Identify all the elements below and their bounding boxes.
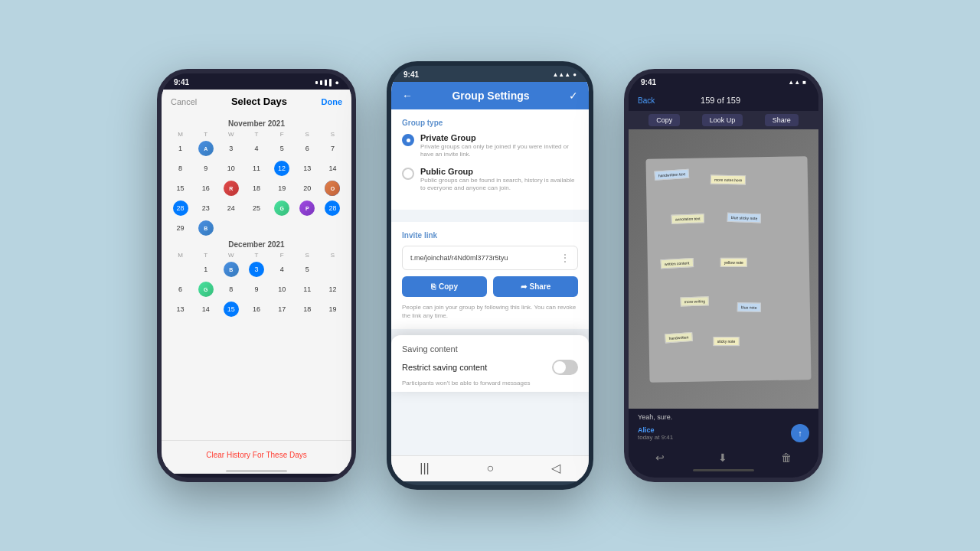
- cal-day[interactable]: 1: [168, 139, 193, 158]
- clear-history-button[interactable]: Clear History For These Days: [206, 451, 307, 459]
- private-group-option[interactable]: Private Group Private groups can only be…: [402, 133, 578, 159]
- cal-day[interactable]: 4: [243, 139, 269, 158]
- restrict-toggle[interactable]: [552, 360, 578, 375]
- note-card: annotation text: [671, 214, 704, 223]
- viewer-back-button[interactable]: Back: [638, 96, 655, 105]
- cal-day: [243, 219, 269, 237]
- more-icon[interactable]: ⋮: [560, 253, 570, 263]
- cal-day[interactable]: 1: [193, 260, 218, 279]
- calendar-footer: Clear History For These Days: [162, 440, 351, 467]
- cal-day[interactable]: 16: [243, 300, 269, 318]
- note-card: yellow note: [720, 258, 747, 267]
- note-card: written content: [660, 258, 693, 269]
- cal-day-selected[interactable]: O: [325, 181, 340, 196]
- share-toolbar-icon[interactable]: ↩: [655, 452, 665, 464]
- days-header: M T W T F S S: [168, 131, 345, 138]
- sender-row: Alice today at 9:41 ↑: [638, 424, 809, 442]
- cal-day[interactable]: 10: [218, 159, 243, 178]
- cal-day: [320, 219, 345, 237]
- private-group-desc: Private groups can only be joined if you…: [420, 143, 578, 159]
- restrict-label: Restrict saving content: [402, 363, 487, 372]
- private-radio[interactable]: [402, 134, 414, 146]
- cal-day[interactable]: 18: [295, 300, 320, 318]
- cal-day-today[interactable]: 3: [249, 262, 264, 277]
- cal-day[interactable]: 5: [270, 139, 295, 158]
- month-label-dec: December 2021: [168, 240, 345, 249]
- cancel-button[interactable]: Cancel: [171, 97, 197, 106]
- cal-day[interactable]: 18: [243, 179, 269, 197]
- cal-day[interactable]: 14: [193, 300, 218, 318]
- nav-menu-icon[interactable]: |||: [420, 461, 429, 475]
- cal-day[interactable]: 12: [320, 280, 345, 298]
- cal-day[interactable]: 11: [243, 159, 269, 178]
- cal-day[interactable]: 3: [218, 139, 243, 158]
- copy-button[interactable]: ⎘ Copy: [402, 276, 487, 297]
- note-card: handwritten text: [654, 168, 689, 180]
- cal-day[interactable]: 9: [243, 280, 269, 298]
- save-toolbar-icon[interactable]: ⬇: [718, 452, 727, 464]
- cal-day[interactable]: 9: [193, 159, 218, 178]
- cal-day[interactable]: 11: [295, 280, 320, 298]
- restrict-note: Participants won't be able to forward me…: [402, 380, 578, 387]
- cal-day[interactable]: 24: [218, 199, 243, 217]
- public-group-desc: Public groups can be found in search, hi…: [420, 177, 578, 193]
- calendar-header: Cancel Select Days Done: [162, 90, 351, 113]
- cal-day[interactable]: 25: [243, 199, 269, 217]
- cal-day-avatar[interactable]: G: [193, 280, 218, 298]
- cal-day[interactable]: 14: [320, 159, 345, 178]
- cal-day[interactable]: 6: [295, 139, 320, 158]
- cal-day[interactable]: 16: [193, 179, 218, 197]
- cal-day[interactable]: 5: [295, 260, 320, 279]
- cal-day-avatar[interactable]: G: [270, 199, 295, 217]
- cal-day[interactable]: 19: [320, 300, 345, 318]
- cal-day[interactable]: 20: [295, 179, 320, 197]
- public-radio[interactable]: [402, 168, 414, 180]
- cal-day[interactable]: 13: [168, 300, 193, 318]
- cal-day[interactable]: 17: [270, 300, 295, 318]
- status-icons-left: ●: [315, 79, 339, 86]
- status-time-right: 9:41: [641, 78, 656, 86]
- cal-day[interactable]: 8: [218, 280, 243, 298]
- cal-day-avatar[interactable]: B: [193, 219, 218, 237]
- viewer-caption: Yeah, sure.: [638, 413, 809, 421]
- cal-day[interactable]: 19: [270, 179, 295, 197]
- cal-day-selected[interactable]: 28: [173, 201, 188, 216]
- share-icon: ➦: [521, 282, 527, 291]
- viewer-image: handwritten text more notes here annotat…: [629, 129, 818, 409]
- cal-day-avatar[interactable]: P: [295, 199, 320, 217]
- cal-day-selected[interactable]: 28: [325, 201, 340, 216]
- copy-action-button[interactable]: Copy: [648, 114, 680, 126]
- done-button[interactable]: Done: [322, 97, 343, 106]
- private-group-title: Private Group: [420, 133, 578, 142]
- cal-day-avatar[interactable]: R: [218, 179, 243, 197]
- check-button[interactable]: ✓: [569, 90, 578, 102]
- delete-toolbar-icon[interactable]: 🗑: [781, 452, 792, 464]
- invite-link-box[interactable]: t.me/joinchat/r4Nd0ml3773r5tyu ⋮: [402, 246, 578, 270]
- lookup-action-button[interactable]: Look Up: [702, 114, 743, 126]
- share-button[interactable]: ➦ Share: [493, 276, 578, 297]
- viewer-toolbar: ↩ ⬇ 🗑: [629, 447, 818, 467]
- cal-day-today[interactable]: 12: [274, 161, 289, 176]
- cal-day: [218, 219, 243, 237]
- cal-day[interactable]: 6: [168, 280, 193, 298]
- cal-day[interactable]: 10: [270, 280, 295, 298]
- cal-day[interactable]: 23: [193, 199, 218, 217]
- viewer-header: Back 159 of 159: [629, 90, 818, 111]
- cal-day-avatar[interactable]: A: [193, 139, 218, 158]
- back-button[interactable]: ←: [402, 90, 413, 102]
- share-action-button[interactable]: Share: [765, 114, 799, 126]
- cal-day[interactable]: 13: [295, 159, 320, 178]
- cal-day[interactable]: 15: [168, 179, 193, 197]
- cal-day[interactable]: 29: [168, 219, 193, 237]
- cal-day-today[interactable]: 15: [224, 302, 239, 317]
- nav-back-icon[interactable]: ◁: [551, 461, 560, 475]
- cal-day-avatar[interactable]: B: [218, 260, 243, 279]
- cal-day[interactable]: 8: [168, 159, 193, 178]
- note-card: more notes here: [710, 174, 746, 184]
- send-button[interactable]: ↑: [791, 424, 809, 442]
- cal-day[interactable]: 7: [320, 139, 345, 158]
- nav-home-icon[interactable]: ○: [486, 461, 494, 475]
- public-group-option[interactable]: Public Group Public groups can be found …: [402, 167, 578, 193]
- group-type-label: Group type: [402, 119, 578, 127]
- cal-day[interactable]: 4: [270, 260, 295, 279]
